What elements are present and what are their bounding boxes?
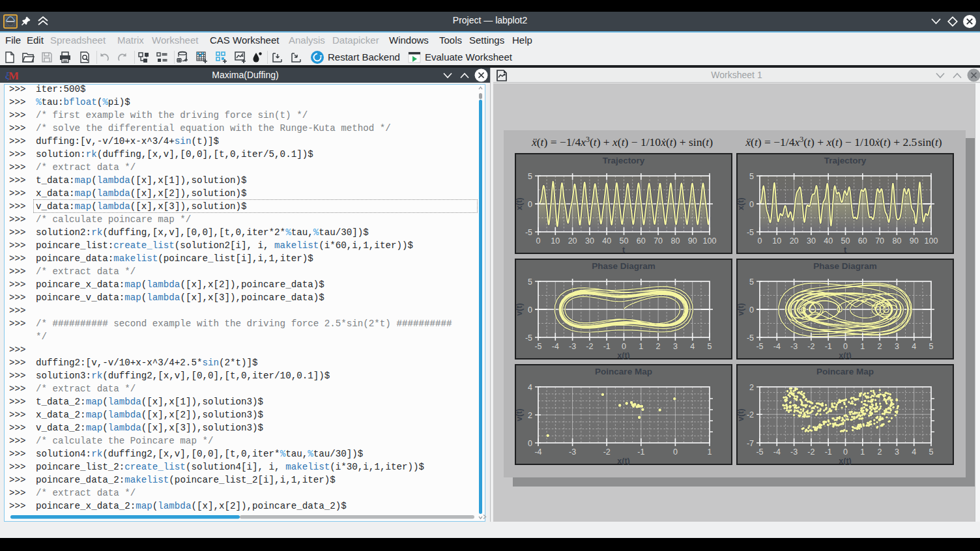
- svg-text:0: 0: [528, 305, 532, 315]
- svg-text:5: 5: [929, 342, 934, 351]
- svg-text:-5: -5: [756, 342, 763, 351]
- svg-text:x(t): x(t): [617, 351, 629, 360]
- svg-text:x(t): x(t): [515, 197, 524, 210]
- svg-text:-5: -5: [756, 447, 763, 457]
- svg-text:40: 40: [602, 236, 611, 246]
- svg-text:30: 30: [585, 236, 594, 246]
- svg-text:-4: -4: [773, 447, 781, 457]
- svg-text:2: 2: [528, 411, 532, 420]
- svg-text:-5: -5: [747, 333, 754, 343]
- svg-text:5: 5: [528, 172, 532, 181]
- svg-text:100: 100: [925, 236, 938, 246]
- svg-text:-5: -5: [534, 342, 541, 351]
- svg-text:2: 2: [656, 342, 661, 351]
- svg-text:x(t): x(t): [617, 457, 629, 465]
- svg-text:1: 1: [708, 447, 712, 457]
- svg-text:-2: -2: [807, 447, 814, 457]
- svg-text:1: 1: [860, 447, 865, 457]
- svg-text:50: 50: [620, 236, 629, 246]
- svg-text:10: 10: [551, 236, 560, 246]
- svg-text:-4: -4: [773, 342, 781, 351]
- svg-text:90: 90: [910, 236, 919, 246]
- svg-text:-3: -3: [790, 447, 798, 457]
- svg-text:3: 3: [673, 342, 678, 351]
- svg-text:5: 5: [749, 172, 754, 181]
- svg-text:0: 0: [749, 305, 754, 315]
- svg-text:2: 2: [878, 447, 882, 457]
- svg-text:-1: -1: [637, 447, 644, 457]
- svg-text:0: 0: [536, 236, 541, 246]
- svg-text:70: 70: [875, 236, 884, 246]
- svg-text:0: 0: [843, 342, 848, 351]
- svg-text:Poincare Map: Poincare Map: [816, 367, 874, 376]
- svg-text:60: 60: [858, 236, 867, 246]
- svg-text:v(t): v(t): [736, 408, 745, 421]
- svg-text:-2: -2: [603, 447, 611, 457]
- svg-text:5: 5: [749, 277, 754, 287]
- svg-text:2: 2: [749, 383, 754, 392]
- svg-text:1: 1: [860, 342, 865, 351]
- svg-text:70: 70: [654, 236, 663, 246]
- svg-text:3: 3: [895, 447, 899, 457]
- svg-text:-7: -7: [747, 439, 754, 448]
- svg-text:40: 40: [824, 236, 833, 246]
- svg-text:80: 80: [670, 236, 680, 246]
- svg-text:v(t): v(t): [515, 303, 524, 315]
- svg-text:-4: -4: [534, 447, 541, 457]
- svg-text:0: 0: [749, 200, 754, 209]
- svg-text:-4: -4: [552, 342, 559, 351]
- svg-text:Phase Diagram: Phase Diagram: [813, 261, 877, 271]
- svg-text:Poincare Map: Poincare Map: [595, 367, 652, 376]
- svg-text:4: 4: [528, 383, 532, 392]
- svg-text:4: 4: [912, 342, 916, 351]
- svg-text:x(t): x(t): [839, 457, 851, 465]
- svg-text:-3: -3: [790, 342, 798, 351]
- svg-text:3: 3: [895, 342, 899, 351]
- svg-text:0: 0: [528, 200, 532, 209]
- svg-text:50: 50: [841, 236, 850, 246]
- svg-text:Phase Diagram: Phase Diagram: [592, 261, 656, 271]
- svg-text:5: 5: [929, 447, 934, 457]
- svg-text:-1: -1: [603, 342, 611, 351]
- svg-text:M: M: [8, 70, 18, 82]
- svg-text:90: 90: [688, 236, 697, 246]
- svg-text:60: 60: [637, 236, 646, 246]
- svg-text:20: 20: [568, 236, 577, 246]
- svg-text:0: 0: [758, 236, 762, 246]
- svg-text:0: 0: [673, 447, 678, 457]
- svg-text:v(t): v(t): [736, 303, 745, 315]
- svg-text:5: 5: [708, 342, 712, 351]
- svg-text:x(t): x(t): [839, 351, 851, 360]
- svg-text:-2: -2: [586, 342, 593, 351]
- svg-text:20: 20: [790, 236, 799, 246]
- svg-text:2: 2: [878, 342, 882, 351]
- svg-text:0: 0: [843, 447, 848, 457]
- svg-text:-5: -5: [525, 333, 532, 343]
- svg-text:-2: -2: [807, 342, 814, 351]
- svg-text:0: 0: [528, 439, 532, 448]
- svg-text:30: 30: [807, 236, 816, 246]
- svg-text:100: 100: [703, 236, 717, 246]
- svg-text:Trajectory: Trajectory: [824, 156, 867, 165]
- svg-text:Trajectory: Trajectory: [603, 156, 645, 165]
- svg-text:5: 5: [528, 277, 532, 287]
- svg-text:80: 80: [892, 236, 901, 246]
- svg-text:1: 1: [639, 342, 643, 351]
- svg-text:4: 4: [690, 342, 695, 351]
- svg-text:10: 10: [772, 236, 781, 246]
- svg-text:0: 0: [622, 342, 626, 351]
- svg-text:-3: -3: [569, 447, 576, 457]
- svg-text:-1: -1: [825, 342, 832, 351]
- svg-text:-5: -5: [525, 228, 532, 237]
- svg-text:v(t): v(t): [515, 408, 524, 421]
- svg-text:4: 4: [912, 447, 916, 457]
- svg-text:-5: -5: [747, 228, 754, 237]
- svg-text:-2: -2: [747, 410, 754, 419]
- svg-text:-1: -1: [825, 447, 832, 457]
- svg-text:x(t): x(t): [736, 197, 745, 210]
- svg-text:-3: -3: [569, 342, 576, 351]
